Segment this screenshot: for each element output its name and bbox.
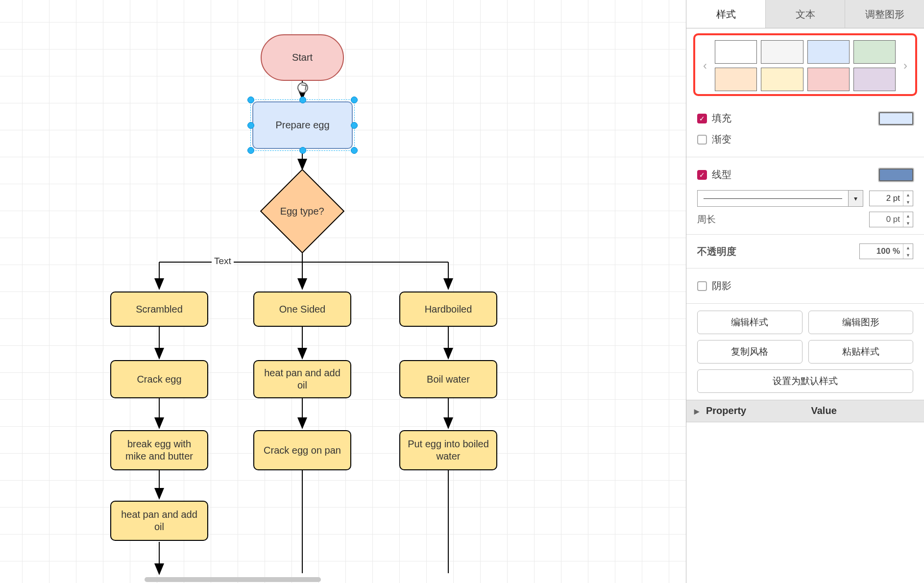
opacity-label: 不透明度 xyxy=(697,245,736,258)
fill-checkbox-row[interactable]: ✓ 填充 xyxy=(697,112,731,125)
resize-handle-s[interactable] xyxy=(299,147,306,154)
canvas-horizontal-scrollbar[interactable] xyxy=(145,577,321,582)
node-break-egg[interactable]: break egg with mike and butter xyxy=(110,430,208,470)
value-column-header: Value xyxy=(811,405,917,417)
stepper-down-icon[interactable]: ▼ xyxy=(903,251,913,259)
style-swatch-section: ‹ › xyxy=(686,28,924,101)
swatch-lightgreen[interactable] xyxy=(853,40,896,64)
resize-handle-n[interactable] xyxy=(299,97,306,103)
node-heat-pan-2-label: heat pan and add oil xyxy=(116,509,202,533)
node-crack-egg-label: Crack egg xyxy=(137,373,181,386)
swatch-lightorange[interactable] xyxy=(715,68,757,91)
opacity-section: 不透明度 100 % ▲▼ xyxy=(686,235,924,268)
swatch-grid xyxy=(711,40,900,91)
node-heat-pan-label: heat pan and add oil xyxy=(259,367,345,391)
perimeter-value: 0 pt xyxy=(870,215,903,224)
line-style-dropdown[interactable]: ▾ xyxy=(697,190,863,207)
node-boil-water[interactable]: Boil water xyxy=(399,360,497,398)
set-default-style-button[interactable]: 设置为默认样式 xyxy=(697,369,913,393)
node-boil-water-label: Boil water xyxy=(427,373,470,386)
property-table-header[interactable]: ▸ Property Value xyxy=(686,400,924,422)
node-one-sided-label: One Sided xyxy=(279,303,326,316)
fill-color-well[interactable] xyxy=(879,112,913,125)
node-put-egg-label: Put egg into boiled water xyxy=(405,438,491,462)
resize-handle-nw[interactable] xyxy=(247,97,254,103)
node-decision-label: Egg type? xyxy=(280,205,324,217)
swatch-lightblue[interactable] xyxy=(807,40,850,64)
node-one-sided[interactable]: One Sided xyxy=(253,292,351,327)
diagram-canvas[interactable]: Start Prepare egg Egg type? Text Scrambl… xyxy=(0,0,686,583)
stepper-down-icon[interactable]: ▼ xyxy=(903,219,913,227)
tab-arrange[interactable]: 调整图形 xyxy=(845,0,924,28)
fill-section: ✓ 填充 渐变 xyxy=(686,101,924,157)
paste-style-button[interactable]: 粘贴样式 xyxy=(808,340,914,364)
perimeter-stepper[interactable]: 0 pt ▲▼ xyxy=(869,212,913,227)
line-weight-value: 2 pt xyxy=(870,194,903,203)
node-crack-on-pan[interactable]: Crack egg on pan xyxy=(253,430,351,470)
chevron-down-icon: ▾ xyxy=(848,191,863,206)
node-crack-on-pan-label: Crack egg on pan xyxy=(264,444,341,457)
node-heat-pan[interactable]: heat pan and add oil xyxy=(253,360,351,398)
format-panel: 样式 文本 调整图形 ‹ › xyxy=(686,0,924,583)
swatch-white[interactable] xyxy=(715,40,757,64)
swatch-lightred[interactable] xyxy=(807,68,850,91)
node-scrambled-label: Scrambled xyxy=(136,303,183,316)
gradient-checkbox[interactable] xyxy=(697,135,707,145)
line-label: 线型 xyxy=(712,168,731,181)
resize-handle-sw[interactable] xyxy=(247,147,254,154)
stepper-up-icon[interactable]: ▲ xyxy=(903,212,913,219)
line-checkbox[interactable]: ✓ xyxy=(697,170,707,180)
resize-handle-ne[interactable] xyxy=(351,97,358,103)
expand-icon[interactable]: ▸ xyxy=(694,405,703,417)
edge-label-text[interactable]: Text xyxy=(212,256,234,267)
property-column-header: Property xyxy=(706,405,811,417)
line-weight-stepper[interactable]: 2 pt ▲▼ xyxy=(869,191,913,206)
node-hardboiled[interactable]: Hardboiled xyxy=(399,292,497,327)
swatch-prev-icon[interactable]: ‹ xyxy=(699,59,711,73)
node-hardboiled-label: Hardboiled xyxy=(425,303,472,316)
shadow-section: 阴影 xyxy=(686,268,924,304)
node-scrambled[interactable]: Scrambled xyxy=(110,292,208,327)
resize-handle-e[interactable] xyxy=(351,122,358,129)
node-heat-pan-2[interactable]: heat pan and add oil xyxy=(110,501,208,541)
swatch-lightyellow[interactable] xyxy=(761,68,803,91)
edit-style-button[interactable]: 编辑样式 xyxy=(697,311,802,334)
swatch-next-icon[interactable]: › xyxy=(900,59,911,73)
node-start-label: Start xyxy=(292,51,313,64)
copy-style-button[interactable]: 复制风格 xyxy=(697,340,802,364)
swatch-highlight-box: ‹ › xyxy=(693,33,917,96)
edit-shape-button[interactable]: 编辑图形 xyxy=(808,311,914,334)
opacity-stepper[interactable]: 100 % ▲▼ xyxy=(859,243,913,259)
node-put-egg[interactable]: Put egg into boiled water xyxy=(399,430,497,470)
shadow-checkbox[interactable] xyxy=(697,281,707,291)
stepper-down-icon[interactable]: ▼ xyxy=(903,198,913,206)
gradient-label: 渐变 xyxy=(712,133,731,146)
node-start[interactable]: Start xyxy=(261,34,344,81)
fill-checkbox[interactable]: ✓ xyxy=(697,114,707,123)
node-crack-egg[interactable]: Crack egg xyxy=(110,360,208,398)
panel-tabs: 样式 文本 调整图形 xyxy=(686,0,924,28)
tab-text[interactable]: 文本 xyxy=(766,0,845,28)
resize-handle-w[interactable] xyxy=(247,122,254,129)
rotate-handle-icon[interactable] xyxy=(297,82,308,93)
shadow-checkbox-row[interactable]: 阴影 xyxy=(697,279,731,292)
opacity-value: 100 % xyxy=(860,246,903,256)
line-section: ✓ 线型 ▾ 2 pt ▲▼ 周长 0 pt ▲▼ xyxy=(686,157,924,235)
fill-label: 填充 xyxy=(712,112,731,125)
tab-style[interactable]: 样式 xyxy=(686,0,766,28)
line-checkbox-row[interactable]: ✓ 线型 xyxy=(697,168,731,181)
swatch-lightpurple[interactable] xyxy=(853,68,896,91)
selection-outline xyxy=(250,99,355,151)
resize-handle-se[interactable] xyxy=(351,147,358,154)
stepper-up-icon[interactable]: ▲ xyxy=(903,191,913,198)
style-buttons: 编辑样式 编辑图形 复制风格 粘贴样式 设置为默认样式 xyxy=(686,304,924,400)
swatch-lightgray[interactable] xyxy=(761,40,803,64)
shadow-label: 阴影 xyxy=(712,279,731,292)
stepper-up-icon[interactable]: ▲ xyxy=(903,244,913,251)
line-color-well[interactable] xyxy=(879,169,913,181)
diagram: Start Prepare egg Egg type? Text Scrambl… xyxy=(0,0,686,583)
gradient-checkbox-row[interactable]: 渐变 xyxy=(697,133,731,146)
perimeter-label: 周长 xyxy=(697,213,716,226)
node-break-egg-label: break egg with mike and butter xyxy=(116,438,202,462)
